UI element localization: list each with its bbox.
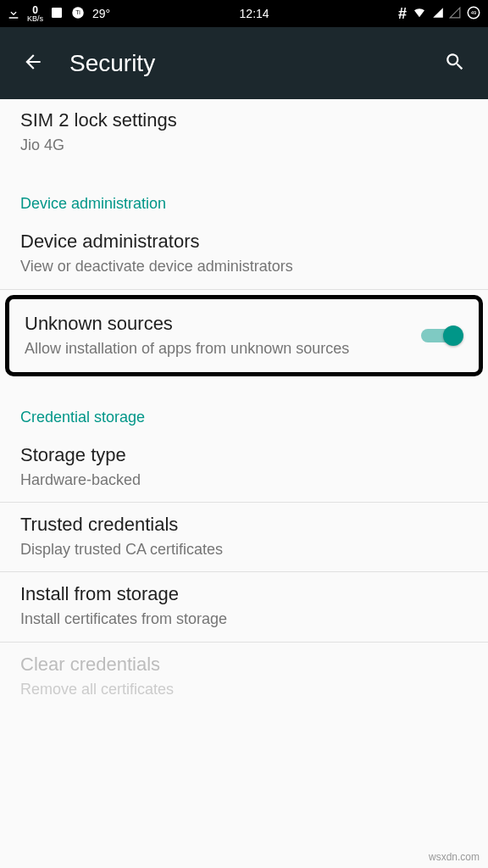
setting-device-administrators[interactable]: Device administrators View or deactivate…	[0, 220, 488, 289]
setting-subtitle: View or deactivate device administrators	[20, 256, 468, 276]
setting-title: Trusted credentials	[20, 514, 468, 536]
setting-subtitle: Allow installation of apps from unknown …	[25, 338, 408, 359]
wifi-icon	[412, 6, 427, 22]
setting-subtitle: Hardware-backed	[20, 470, 468, 490]
arrow-back-icon	[22, 51, 44, 73]
back-button[interactable]	[15, 44, 51, 83]
setting-title: Storage type	[20, 444, 468, 466]
hash-icon: #	[398, 5, 407, 23]
setting-subtitle: Remove all certificates	[20, 679, 468, 699]
setting-subtitle: Install certificates from storage	[20, 609, 468, 629]
setting-trusted-credentials[interactable]: Trusted credentials Display trusted CA c…	[0, 503, 488, 572]
image-icon	[50, 6, 64, 22]
net-speed: 0 KB/s	[27, 5, 43, 23]
setting-title: SIM 2 lock settings	[20, 109, 468, 131]
settings-list[interactable]: SIM 2 lock settings Jio 4G Device admini…	[0, 99, 488, 712]
setting-sim2-lock[interactable]: SIM 2 lock settings Jio 4G	[0, 99, 488, 168]
unknown-sources-toggle[interactable]	[421, 327, 463, 344]
setting-title: Device administrators	[20, 231, 468, 253]
section-credential-storage: Credential storage	[0, 381, 488, 433]
status-temp: 29°	[92, 7, 110, 20]
signal2-icon	[449, 7, 461, 21]
battery-icon: 49	[466, 5, 481, 23]
setting-title: Unknown sources	[25, 313, 408, 335]
setting-text: Unknown sources Allow installation of ap…	[25, 313, 408, 359]
status-clock: 12:14	[240, 7, 269, 20]
setting-subtitle: Display trusted CA certificates	[20, 539, 468, 559]
status-bar: 0 KB/s Ti 29° 12:14 # 49	[0, 0, 488, 27]
status-right: # 49	[398, 5, 481, 23]
svg-text:Ti: Ti	[75, 9, 80, 15]
gear-badge-icon: Ti	[70, 5, 86, 23]
svg-rect-0	[52, 8, 62, 18]
status-left: 0 KB/s Ti 29°	[7, 5, 110, 23]
page-title: Security	[69, 50, 437, 77]
switch-thumb	[443, 326, 463, 346]
download-icon	[7, 6, 20, 22]
signal-icon	[432, 7, 444, 21]
app-bar: Security	[0, 27, 488, 99]
setting-unknown-sources[interactable]: Unknown sources Allow installation of ap…	[5, 295, 483, 376]
section-device-administration: Device administration	[0, 168, 488, 220]
setting-subtitle: Jio 4G	[20, 135, 468, 155]
setting-install-from-storage[interactable]: Install from storage Install certificate…	[0, 572, 488, 642]
svg-text:49: 49	[471, 10, 477, 15]
search-button[interactable]	[437, 44, 473, 83]
setting-title: Install from storage	[20, 583, 468, 605]
watermark: wsxdn.com	[429, 851, 480, 863]
search-icon	[444, 51, 466, 73]
setting-storage-type[interactable]: Storage type Hardware-backed	[0, 433, 488, 503]
setting-clear-credentials[interactable]: Clear credentials Remove all certificate…	[0, 643, 488, 712]
setting-title: Clear credentials	[20, 654, 468, 676]
